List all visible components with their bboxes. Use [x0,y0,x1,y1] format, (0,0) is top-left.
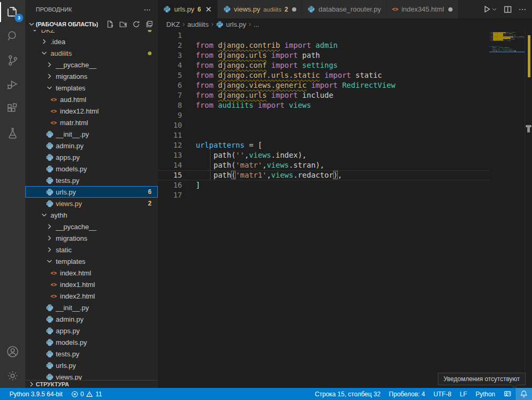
explorer-icon[interactable]: 3 [0,0,25,24]
status-problems[interactable]: 011 [67,391,106,398]
tab-views-py[interactable]: views.pyaudiiits2 [218,0,303,18]
tree-item-urls-py[interactable]: urls.py6 [25,186,158,198]
search-icon[interactable] [0,24,25,48]
tree-item-static[interactable]: static [25,244,158,255]
code-line-3[interactable]: 3from django.urls import path [158,50,489,60]
tree-item-matr-html[interactable]: <>matr.html [25,117,158,128]
tree-item-templates[interactable]: templates [25,82,158,94]
code-line-6[interactable]: 6from django.views.generic import Redire… [158,80,489,90]
more-actions-icon[interactable]: ⋯ [518,5,527,14]
tree-item-dkz[interactable]: DKZ [25,30,158,36]
settings-gear-icon[interactable] [0,364,25,388]
status-feedback[interactable] [499,388,516,400]
code-line-12[interactable]: 12urlpatterns = [ [158,140,489,150]
code-line-8[interactable]: 8from audiiits import views [158,100,489,110]
new-file-icon[interactable] [106,20,114,28]
code-line-13[interactable]: 13 path('',views.index), [158,150,489,160]
tree-item-label: urls.py [56,188,76,196]
testing-icon[interactable] [0,121,25,145]
split-editor-icon[interactable] [504,5,512,14]
code-line-10[interactable]: 10 [158,120,489,130]
workspace-section-header[interactable]: (РАБОЧАЯ ОБЛАСТЬ) ... [25,18,158,30]
folder-twisty [40,49,48,57]
tree-item-tests-py[interactable]: tests.py [25,175,158,186]
status-bar-right: Строка 15, столбец 32Пробелов: 4UTF-8LFP… [310,388,532,400]
code-line-5[interactable]: 5from django.conf.urls.static import sta… [158,70,489,80]
breadcrumb-item[interactable]: urls.py [216,20,246,28]
tree-item-tests-py[interactable]: tests.py [25,348,158,360]
breadcrumb-separator: › [249,20,251,28]
tree-item-views-py[interactable]: views.py2 [25,198,158,209]
tree-item-index12-html[interactable]: <>index12.html [25,105,158,117]
breadcrumb-item[interactable]: DKZ [166,20,180,28]
tree-item-urls-py[interactable]: urls.py [25,360,158,371]
code-line-4[interactable]: 4from django.conf import settings [158,60,489,70]
tab-database-roouter-py[interactable]: database_roouter.py [302,0,387,18]
tree-item-models-py[interactable]: models.py [25,163,158,175]
tree-item--pycache-[interactable]: __pycache__ [25,221,158,232]
outline-section-header[interactable]: СТРУКТУРА [25,380,158,388]
status-cursor-position[interactable]: Строка 15, столбец 32 [310,388,385,400]
tree-item-migrations[interactable]: migrations [25,232,158,244]
python-icon [46,304,54,312]
python-icon [46,188,54,196]
code-area[interactable]: 12from django.contrib import admin3from … [158,30,532,388]
file-icon [45,176,54,184]
code-line-16[interactable]: 16] [158,180,489,190]
tree-item-aud-html[interactable]: <>aud.html [25,94,158,105]
account-icon[interactable] [0,340,25,364]
close-icon[interactable]: ✕ [205,5,212,14]
code-line-14[interactable]: 14 path('matr',views.stran), [158,160,489,170]
run-python-file-button[interactable] [483,5,497,14]
tree-item-views-py[interactable]: views.py [25,371,158,380]
source-control-icon[interactable] [0,48,25,73]
code-line-11[interactable]: 11 [158,130,489,140]
tree-item-audiiits[interactable]: audiiits [25,47,158,59]
tree-item--init-py[interactable]: __init__.py [25,128,158,140]
line-number: 9 [158,110,182,120]
code-line-7[interactable]: 7from django.urls import include [158,90,489,100]
tree-item--init-py[interactable]: __init__.py [25,302,158,313]
tree-item-index-html[interactable]: <>index.html [25,267,158,279]
tree-item-admin-py[interactable]: admin.py [25,140,158,151]
tab-urls-py[interactable]: urls.py6✕ [158,0,218,18]
refresh-icon[interactable] [132,20,140,28]
run-debug-icon[interactable] [0,73,25,97]
tree-item-apps-py[interactable]: apps.py [25,151,158,163]
tab-index345-html[interactable]: <>index345.html [387,0,458,18]
modified-dot[interactable] [292,7,296,12]
new-folder-icon[interactable] [119,20,127,28]
status-notifications[interactable] [516,388,532,400]
tree-item-migrations[interactable]: migrations [25,70,158,82]
minimap[interactable]: from django.contrib import adminfrom dja… [489,30,525,55]
status-language-mode[interactable]: Python [471,388,499,400]
tree-item-index1-html[interactable]: <>index1.html [25,279,158,290]
status-encoding[interactable]: UTF-8 [429,388,456,400]
code-line-9[interactable]: 9 [158,110,489,120]
status-python-interpreter[interactable]: Python 3.9.5 64-bit [5,391,67,398]
status-indentation[interactable]: Пробелов: 4 [385,388,429,400]
tree-item-apps-py[interactable]: apps.py [25,325,158,336]
sidebar-more-actions[interactable]: ⋯ [144,5,152,14]
extensions-icon[interactable] [0,97,25,121]
breadcrumb-item[interactable]: ... [254,20,259,28]
tree-item-admin-py[interactable]: admin.py [25,313,158,325]
file-icon [45,153,54,161]
tab-problems-badge: 2 [285,6,288,13]
tree-item-models-py[interactable]: models.py [25,336,158,348]
code-line-15[interactable]: 15 path('matr1',views.redactor), [158,170,489,180]
tree-item-templates[interactable]: templates [25,255,158,267]
modified-dot[interactable] [448,7,453,12]
breadcrumb-item[interactable]: audiiits [187,20,208,28]
collapse-all-icon[interactable] [145,20,154,28]
tree-item-index2-html[interactable]: <>index2.html [25,290,158,302]
status-eol[interactable]: LF [456,388,471,400]
code-line-2[interactable]: 2from django.contrib import admin [158,40,489,50]
overview-ruler[interactable] [525,30,532,388]
tree-item--idea[interactable]: .idea [25,36,158,47]
code-line-1[interactable]: 1 [158,30,489,40]
folder-twisty [31,30,39,34]
tree-item-aythh[interactable]: aythh [25,209,158,221]
tree-item--pycache-[interactable]: __pycache__ [25,59,158,70]
code-line-17[interactable]: 17 [158,190,489,200]
